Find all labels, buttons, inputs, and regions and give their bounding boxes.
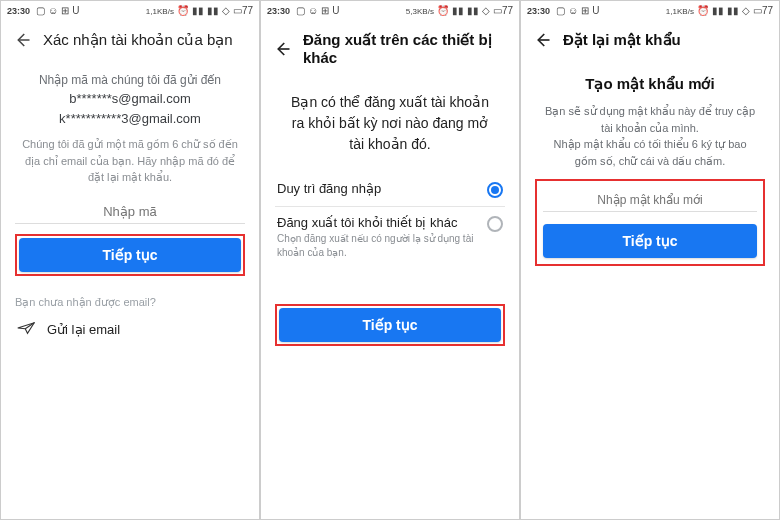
continue-button[interactable]: Tiếp tục [543,224,757,258]
wifi-icon: ◇ [742,6,750,16]
signal-icon: ▮▮ [712,6,724,16]
alarm-icon: ⏰ [437,6,449,16]
status-left-icons: ▢ ☺ ⊞ U [556,6,599,16]
not-received-text: Bạn chưa nhận được email? [15,296,156,309]
network-speed: 5,3KB/s [406,7,434,16]
letter-u-icon: U [332,6,339,16]
intro-text: Nhập mã mà chúng tôi đã gửi đến [39,73,221,87]
header-title: Đăng xuất trên các thiết bị khác [303,31,507,66]
status-right-icons: 5,3KB/s ⏰ ▮▮ ▮▮ ◇ ▭77 [406,6,513,16]
signal-icon: ▮▮ [192,6,204,16]
headline-text: Bạn có thể đăng xuất tài khoản ra khỏi b… [275,86,505,173]
messenger-icon: ☺ [48,6,58,16]
back-arrow-icon[interactable] [13,31,31,49]
header-title: Đặt lại mật khẩu [563,31,681,49]
highlight-continue: Tiếp tục [15,234,245,276]
notif-icon: ▢ [36,6,45,16]
letter-u-icon: U [592,6,599,16]
status-left-icons: ▢ ☺ ⊞ U [36,6,79,16]
new-password-input[interactable] [543,187,757,212]
continue-button[interactable]: Tiếp tục [19,238,241,272]
status-time: 23:30 [7,6,30,16]
network-speed: 1,1KB/s [146,7,174,16]
email-1: b*******s@gmail.com [59,89,201,109]
network-speed: 1,1KB/s [666,7,694,16]
status-bar: 23:30 ▢ ☺ ⊞ U 5,3KB/s ⏰ ▮▮ ▮▮ ◇ ▭77 [261,1,519,21]
app-header: Đặt lại mật khẩu [521,21,779,63]
wifi-icon: ◇ [222,6,230,16]
option-2-title: Đăng xuất tôi khỏi thiết bị khác [277,215,479,230]
signal2-icon: ▮▮ [207,6,219,16]
resend-email-row[interactable]: Gửi lại email [15,321,120,339]
notif-icon: ▢ [556,6,565,16]
battery-icon: ▭77 [493,6,513,16]
option-logout-others[interactable]: Đăng xuất tôi khỏi thiết bị khác Chọn đă… [275,206,505,268]
back-arrow-icon[interactable] [273,40,291,58]
battery-icon: ▭77 [753,6,773,16]
wifi-icon: ◇ [482,6,490,16]
content-area: Tạo mật khẩu mới Bạn sẽ sử dụng mật khẩu… [521,63,779,272]
status-bar: 23:30 ▢ ☺ ⊞ U 1,1KB/s ⏰ ▮▮ ▮▮ ◇ ▭77 [1,1,259,21]
header-title: Xác nhận tài khoản của bạn [43,31,233,49]
create-password-title: Tạo mật khẩu mới [585,75,714,93]
screen-logout-devices: 23:30 ▢ ☺ ⊞ U 5,3KB/s ⏰ ▮▮ ▮▮ ◇ ▭77 Đăng… [260,0,520,520]
battery-icon: ▭77 [233,6,253,16]
option-stay-logged-in[interactable]: Duy trì đăng nhập [275,173,505,206]
signal2-icon: ▮▮ [727,6,739,16]
option-2-sub: Chọn đăng xuất nếu có người lạ sử dụng t… [277,232,479,260]
code-input[interactable] [15,198,245,224]
messenger-icon: ☺ [308,6,318,16]
description-text: Chúng tôi đã gửi một mã gồm 6 chữ số đến… [15,136,245,186]
status-time: 23:30 [527,6,550,16]
app-header: Xác nhận tài khoản của bạn [1,21,259,63]
status-left-icons: ▢ ☺ ⊞ U [296,6,339,16]
highlight-password-area: Tiếp tục [535,179,765,266]
email-list: b*******s@gmail.com k***********3@gmail.… [59,89,201,128]
alarm-icon: ⏰ [177,6,189,16]
radio-selected-icon[interactable] [487,182,503,198]
messenger-icon: ☺ [568,6,578,16]
app-icon: ⊞ [321,6,329,16]
app-header: Đăng xuất trên các thiết bị khác [261,21,519,80]
option-1-title: Duy trì đăng nhập [277,181,479,196]
content-area: Bạn có thể đăng xuất tài khoản ra khỏi b… [261,80,519,352]
letter-u-icon: U [72,6,79,16]
status-right-icons: 1,1KB/s ⏰ ▮▮ ▮▮ ◇ ▭77 [146,6,253,16]
radio-unselected-icon[interactable] [487,216,503,232]
password-desc: Bạn sẽ sử dụng mật khẩu này để truy cập … [535,103,765,169]
status-bar: 23:30 ▢ ☺ ⊞ U 1,1KB/s ⏰ ▮▮ ▮▮ ◇ ▭77 [521,1,779,21]
screen-confirm-account: 23:30 ▢ ☺ ⊞ U 1,1KB/s ⏰ ▮▮ ▮▮ ◇ ▭77 Xác … [0,0,260,520]
highlight-continue: Tiếp tục [275,304,505,346]
status-right-icons: 1,1KB/s ⏰ ▮▮ ▮▮ ◇ ▭77 [666,6,773,16]
content-area: Nhập mã mà chúng tôi đã gửi đến b*******… [1,63,259,345]
notif-icon: ▢ [296,6,305,16]
app-icon: ⊞ [61,6,69,16]
email-2: k***********3@gmail.com [59,109,201,129]
continue-button[interactable]: Tiếp tục [279,308,501,342]
screen-reset-password: 23:30 ▢ ☺ ⊞ U 1,1KB/s ⏰ ▮▮ ▮▮ ◇ ▭77 Đặt … [520,0,780,520]
alarm-icon: ⏰ [697,6,709,16]
back-arrow-icon[interactable] [533,31,551,49]
status-time: 23:30 [267,6,290,16]
resend-label: Gửi lại email [47,322,120,337]
send-icon [17,321,35,339]
signal2-icon: ▮▮ [467,6,479,16]
signal-icon: ▮▮ [452,6,464,16]
app-icon: ⊞ [581,6,589,16]
